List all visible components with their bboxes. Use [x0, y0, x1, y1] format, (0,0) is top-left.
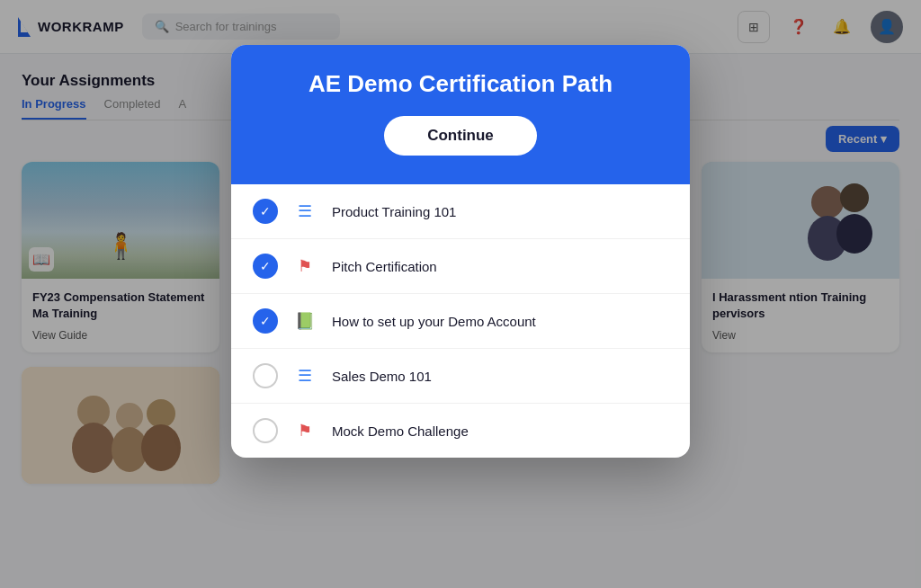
- modal-body: ✓ ☰ Product Training 101 ✓ ⚑ Pitch Certi…: [231, 184, 690, 458]
- check-circle-1: ✓: [253, 199, 278, 224]
- modal-overlay[interactable]: AE Demo Certification Path Continue ✓ ☰ …: [0, 0, 921, 588]
- flag-icon-2: ⚑: [292, 421, 317, 441]
- cert-name-3: How to set up your Demo Account: [332, 314, 536, 329]
- book-icon-1: 📗: [292, 311, 317, 331]
- checkmark-icon-2: ✓: [260, 259, 271, 273]
- flag-icon-1: ⚑: [292, 256, 317, 276]
- cert-item-mock-demo[interactable]: ⚑ Mock Demo Challenge: [231, 404, 690, 458]
- cert-item-sales-demo[interactable]: ☰ Sales Demo 101: [231, 349, 690, 404]
- cert-name-1: Product Training 101: [332, 204, 456, 219]
- cert-item-demo-account[interactable]: ✓ 📗 How to set up your Demo Account: [231, 294, 690, 349]
- list-icon-2: ☰: [292, 366, 317, 386]
- check-circle-2: ✓: [253, 254, 278, 279]
- cert-item-pitch[interactable]: ✓ ⚑ Pitch Certification: [231, 239, 690, 294]
- list-icon-1: ☰: [292, 201, 317, 221]
- check-circle-3: ✓: [253, 308, 278, 334]
- checkmark-icon-3: ✓: [260, 314, 271, 328]
- cert-name-2: Pitch Certification: [332, 259, 437, 274]
- continue-button[interactable]: Continue: [384, 116, 537, 156]
- checkmark-icon-1: ✓: [260, 204, 271, 218]
- cert-name-4: Sales Demo 101: [332, 369, 432, 384]
- cert-name-5: Mock Demo Challenge: [332, 423, 469, 439]
- modal-title: AE Demo Certification Path: [253, 70, 668, 98]
- cert-item-product-training[interactable]: ✓ ☰ Product Training 101: [231, 184, 690, 239]
- app-background: WORKRAMP 🔍 Search for trainings ⊞ ❓ 🔔 👤 …: [0, 0, 921, 588]
- modal-header: AE Demo Certification Path Continue: [231, 45, 690, 184]
- modal: AE Demo Certification Path Continue ✓ ☰ …: [231, 45, 690, 458]
- empty-circle-1: [253, 363, 278, 388]
- empty-circle-2: [253, 418, 278, 443]
